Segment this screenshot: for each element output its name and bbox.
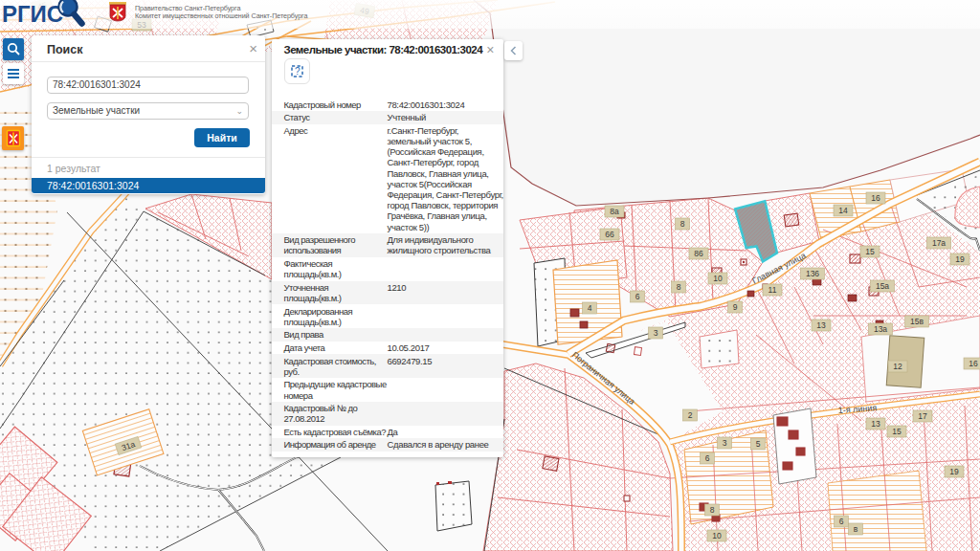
svg-text:13: 13 <box>816 320 826 330</box>
svg-text:17а: 17а <box>932 238 946 248</box>
svg-text:2: 2 <box>688 410 693 420</box>
svg-text:15в: 15в <box>910 317 924 326</box>
svg-text:8: 8 <box>710 505 715 515</box>
svg-text:8: 8 <box>680 219 685 229</box>
svg-text:10: 10 <box>713 274 723 283</box>
svg-text:11: 11 <box>768 285 777 295</box>
svg-text:16: 16 <box>969 359 978 368</box>
svg-text:3: 3 <box>723 438 727 448</box>
svg-text:136: 136 <box>806 269 819 278</box>
svg-text:6: 6 <box>839 517 844 526</box>
svg-text:66: 66 <box>605 230 614 239</box>
svg-text:8: 8 <box>677 282 681 292</box>
svg-text:19: 19 <box>949 467 959 476</box>
svg-text:14: 14 <box>838 206 848 215</box>
svg-text:15а: 15а <box>876 281 889 291</box>
svg-text:в: в <box>854 524 858 534</box>
svg-text:4: 4 <box>588 303 592 313</box>
svg-text:15: 15 <box>892 427 902 436</box>
svg-text:16: 16 <box>871 193 880 203</box>
svg-text:10: 10 <box>712 531 722 540</box>
svg-text:?: ? <box>294 66 300 77</box>
svg-text:3: 3 <box>654 328 658 338</box>
svg-text:8а: 8а <box>610 207 619 216</box>
svg-text:6: 6 <box>705 453 710 463</box>
svg-text:15: 15 <box>865 247 875 256</box>
svg-text:17: 17 <box>918 411 927 421</box>
svg-text:12: 12 <box>893 362 902 371</box>
svg-text:6: 6 <box>635 292 640 301</box>
svg-text:86: 86 <box>694 249 703 258</box>
svg-text:19: 19 <box>955 254 965 264</box>
svg-text:9: 9 <box>733 302 738 312</box>
svg-text:5: 5 <box>756 439 761 449</box>
svg-text:13: 13 <box>871 419 880 429</box>
svg-text:13а: 13а <box>874 324 887 334</box>
